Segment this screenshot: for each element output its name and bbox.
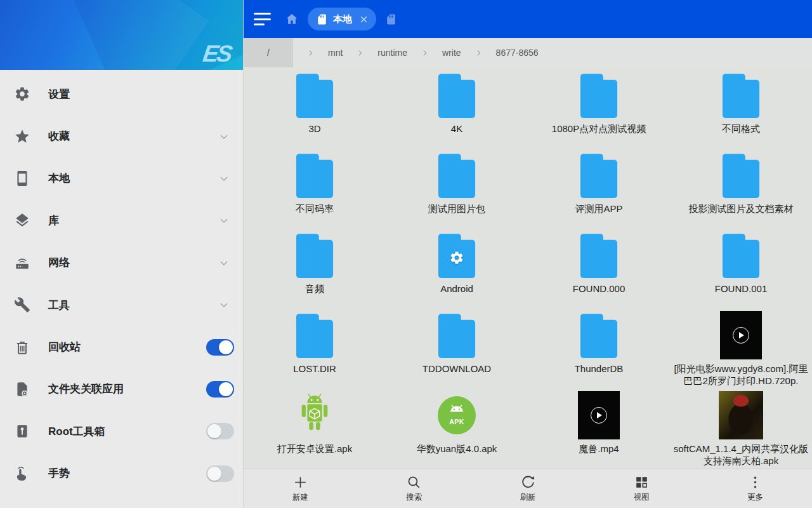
video-thumbnail: [578, 391, 620, 439]
grid-item[interactable]: 音频: [244, 229, 386, 309]
grid-item[interactable]: TDDOWNLOAD: [386, 309, 528, 389]
grid-item[interactable]: LOST.DIR: [244, 309, 386, 389]
breadcrumb-segment[interactable]: 8677-8656: [496, 48, 539, 58]
folder-icon: [721, 230, 761, 279]
sidebar-item-label: 手势: [48, 466, 206, 481]
breadcrumb-segment[interactable]: mnt: [328, 48, 343, 58]
grid-item[interactable]: FOUND.001: [670, 229, 812, 309]
breadcrumb-segment[interactable]: write: [442, 48, 461, 58]
breadcrumb-segment[interactable]: runtime: [377, 48, 407, 58]
menu-icon[interactable]: [254, 13, 271, 25]
folder-icon: [437, 150, 476, 199]
folder-icon: [437, 230, 476, 279]
grid-item[interactable]: 评测用APP: [528, 149, 670, 229]
apk-badge-icon: APK: [436, 395, 477, 436]
grid-item[interactable]: ThunderDB: [528, 309, 670, 389]
folder-icon: [579, 230, 619, 279]
grid-item[interactable]: 1080P点对点测试视频: [528, 69, 670, 149]
sd-card-icon: [316, 13, 328, 25]
view-grid-icon: [634, 474, 650, 490]
trash-icon: [14, 339, 30, 356]
chevron-down-icon[interactable]: [218, 298, 230, 311]
sidebar-item-label: 网络: [48, 255, 218, 270]
grid-item[interactable]: 4K: [386, 69, 528, 149]
grid-item[interactable]: Android: [386, 229, 528, 309]
sidebar-item-label: 回收站: [48, 340, 206, 354]
sidebar-item-tools[interactable]: 工具: [0, 284, 243, 326]
chevron-down-icon[interactable]: [218, 257, 230, 269]
sidebar-item-library[interactable]: 库: [0, 199, 243, 241]
grid-item[interactable]: 测试用图片包: [386, 149, 528, 229]
grid-item-label: FOUND.000: [573, 283, 625, 295]
toggle-knob: [207, 467, 221, 481]
toolbar-button-label: 新建: [292, 492, 308, 503]
search-button[interactable]: 搜索: [357, 469, 471, 508]
es-file-explorer-app: ES 设置收藏本地库网络工具回收站文件夹关联应用Root工具箱手势 本地: [0, 0, 812, 508]
key-card-icon: [14, 423, 30, 439]
grid-item[interactable]: softCAM_1.1.4_内网共享汉化版支持海南天柏.apk: [670, 389, 812, 469]
bottom-toolbar: 新建搜索刷新视图更多: [244, 469, 812, 508]
sidebar-item-local[interactable]: 本地: [0, 157, 243, 199]
grid-item[interactable]: APK华数yuan版4.0.apk: [386, 389, 528, 469]
new-button[interactable]: 新建: [244, 469, 357, 508]
folder-icon: [295, 230, 334, 279]
toggle-knob: [219, 382, 233, 396]
toolbar-button-label: 搜索: [406, 492, 422, 503]
es-logo: ES: [201, 41, 232, 67]
sidebar-item-label: Root工具箱: [48, 424, 206, 439]
sidebar: ES 设置收藏本地库网络工具回收站文件夹关联应用Root工具箱手势: [0, 0, 244, 508]
folder-icon: [437, 70, 476, 119]
tab-local[interactable]: 本地: [308, 8, 376, 30]
sidebar-item-network[interactable]: 网络: [0, 242, 243, 284]
home-icon[interactable]: [285, 12, 299, 26]
wrench-icon: [14, 297, 30, 313]
toolbar-button-label: 刷新: [520, 492, 536, 503]
grid-item[interactable]: 不同格式: [670, 69, 812, 149]
close-icon[interactable]: [358, 14, 369, 25]
sidebar-item-recycle-bin[interactable]: 回收站: [0, 326, 243, 368]
plus-icon: [292, 474, 308, 490]
sidebar-item-gestures[interactable]: 手势: [0, 453, 243, 495]
sidebar-item-folder-association[interactable]: 文件夹关联应用: [0, 368, 243, 410]
sidebar-item-label: 收藏: [48, 129, 218, 144]
sidebar-menu: 设置收藏本地库网络工具回收站文件夹关联应用Root工具箱手势: [0, 70, 243, 508]
more-button[interactable]: 更多: [698, 469, 812, 508]
folder-icon: [579, 310, 619, 359]
recycle-bin-toggle[interactable]: [206, 339, 234, 356]
grid-item[interactable]: 3D: [244, 69, 386, 149]
root-toolbox-toggle[interactable]: [206, 423, 234, 439]
sd-card-tab-icon[interactable]: [385, 13, 397, 25]
grid-item[interactable]: 不同码率: [244, 149, 386, 229]
grid-item-label: [阳光电影www.ygdy8.com].阿里巴巴2所罗门封印.HD.720p.: [672, 363, 810, 387]
refresh-button[interactable]: 刷新: [471, 469, 584, 508]
grid-item[interactable]: 打开安卓设置.apk: [244, 389, 386, 469]
folder-icon: [721, 70, 761, 119]
chevron-right-icon: [475, 49, 483, 57]
tab-label: 本地: [333, 13, 352, 25]
grid-item-label: 1080P点对点测试视频: [552, 123, 646, 135]
gestures-toggle[interactable]: [206, 465, 234, 482]
play-icon: [591, 407, 607, 424]
star-icon: [14, 128, 30, 145]
play-icon: [733, 327, 749, 344]
breadcrumb: /mntruntimewrite8677-8656: [244, 38, 812, 67]
chevron-down-icon[interactable]: [218, 172, 230, 185]
folder-icon: [721, 150, 761, 199]
sidebar-item-favorites[interactable]: 收藏: [0, 115, 243, 157]
folder-association-toggle[interactable]: [206, 381, 234, 398]
chevron-down-icon[interactable]: [218, 214, 230, 227]
grid-item[interactable]: [阳光电影www.ygdy8.com].阿里巴巴2所罗门封印.HD.720p.: [670, 309, 812, 389]
sidebar-item-settings[interactable]: 设置: [0, 73, 243, 115]
chevron-down-icon[interactable]: [218, 130, 230, 143]
router-icon: [14, 255, 30, 271]
grid-item-label: 评测用APP: [575, 203, 622, 215]
grid-item[interactable]: 魔兽.mp4: [528, 389, 670, 469]
grid-item[interactable]: 投影测试图片及文档素材: [670, 149, 812, 229]
sidebar-item-root-toolbox[interactable]: Root工具箱: [0, 410, 243, 452]
folder-icon: [437, 310, 476, 359]
breadcrumb-segment[interactable]: /: [244, 38, 293, 67]
grid-item[interactable]: FOUND.000: [528, 229, 670, 309]
top-bar: 本地: [244, 0, 812, 38]
sidebar-item-label: 本地: [48, 171, 218, 185]
view-button[interactable]: 视图: [585, 469, 698, 508]
